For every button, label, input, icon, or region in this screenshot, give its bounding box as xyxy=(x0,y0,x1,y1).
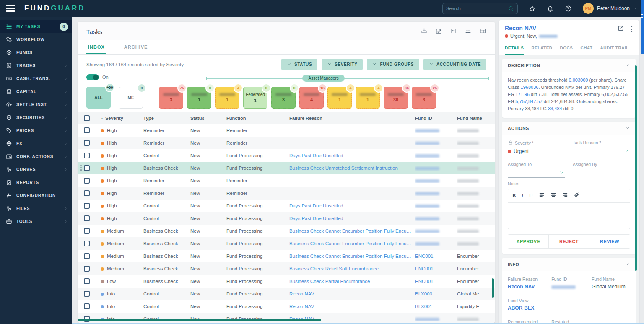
fund-group-card-6[interactable]: 416 xyxy=(299,87,324,109)
notes-italic-button[interactable]: I xyxy=(522,193,523,199)
column-header-fund-name[interactable]: Fund Name xyxy=(457,116,495,121)
fund-id-cell[interactable]: ENC001 xyxy=(415,266,457,271)
sidebar-item-reports[interactable]: REPORTS xyxy=(0,176,72,189)
download-button[interactable] xyxy=(421,27,428,36)
more-options-icon[interactable] xyxy=(630,25,633,33)
column-layout-button[interactable] xyxy=(479,27,486,36)
table-row[interactable]: LowBusiness CheckNewFund ProcessingBusin… xyxy=(78,275,495,288)
table-row[interactable]: MediumBusiness CheckNewFund ProcessingBu… xyxy=(78,225,495,237)
table-vertical-scrollbar[interactable] xyxy=(492,278,494,298)
checkbox[interactable] xyxy=(84,228,90,234)
sidebar-item-my-tasks[interactable]: MY TASKS0 xyxy=(0,20,72,33)
checkbox[interactable] xyxy=(84,153,90,158)
failure-reason-cell[interactable]: Business Check Relief Soft Encumbrance xyxy=(289,266,415,271)
table-row[interactable]: MediumBusiness CheckNewFund ProcessingBu… xyxy=(78,237,495,250)
notes-underline-button[interactable]: U xyxy=(529,193,533,199)
table-row[interactable]: InfoControlNewFund ProcessingRecon NAVBL… xyxy=(78,300,495,313)
detail-tab-details[interactable]: DETAILS xyxy=(505,42,524,55)
column-header-type[interactable]: Type xyxy=(143,116,190,121)
failure-reason-cell[interactable]: Business Check Cannot Encumber Position … xyxy=(289,254,415,259)
fund-group-card-8[interactable]: 14 xyxy=(356,87,380,109)
checkbox[interactable] xyxy=(84,291,90,297)
table-row[interactable]: HighReminderNewReminder xyxy=(78,124,495,137)
checkbox[interactable] xyxy=(84,241,90,246)
checkbox[interactable] xyxy=(84,266,90,272)
review-button[interactable]: REVIEW xyxy=(589,235,630,248)
checkbox[interactable] xyxy=(84,253,90,259)
fund-id-cell[interactable]: BLX001 xyxy=(415,304,457,309)
failure-reason-cell[interactable]: Days Past Due Unsettled xyxy=(289,203,415,208)
table-row[interactable]: HighReminderNewReminder xyxy=(78,174,495,187)
filter-fund-groups[interactable]: FUND GROUPS xyxy=(367,59,419,70)
failure-reason-cell[interactable]: Days Past Due Unsettled xyxy=(289,216,415,221)
column-header-failure-reason[interactable]: Failure Reason xyxy=(289,116,415,121)
failure-reason-cell[interactable]: Business Check Unmatched Settlement Inst… xyxy=(289,166,415,171)
notes-attachment-button[interactable] xyxy=(574,192,580,200)
notes-align-center-button[interactable] xyxy=(551,192,556,200)
failure-reason-cell[interactable]: Recon NAV xyxy=(289,304,415,309)
table-row[interactable]: HighControlNewFund ProcessingDays Past D… xyxy=(78,200,495,212)
group-filter-toggle[interactable] xyxy=(86,74,99,80)
fund-id-cell[interactable]: ENC001 xyxy=(415,279,457,284)
sidebar-item-curves[interactable]: CURVES xyxy=(0,163,72,176)
table-row[interactable]: HighControlNewFund ProcessingDays Past D… xyxy=(78,149,495,162)
assign-button[interactable] xyxy=(435,27,442,36)
sidebar-item-configuration[interactable]: CONFIGURATION xyxy=(0,189,72,202)
fund-group-card-10[interactable]: 325 xyxy=(412,87,436,109)
checkbox[interactable] xyxy=(84,165,90,171)
fund-group-card-federated[interactable]: Federated10 xyxy=(243,87,267,109)
checkbox[interactable] xyxy=(84,303,90,309)
fund-group-card-9[interactable]: 3036 xyxy=(384,87,408,109)
task-reason-select[interactable] xyxy=(573,146,630,156)
horizontal-scrollbar[interactable] xyxy=(78,319,321,321)
favorites-icon[interactable] xyxy=(529,5,536,12)
tab-inbox[interactable]: INBOX xyxy=(86,40,106,54)
column-header-function[interactable]: Function xyxy=(226,116,289,121)
table-row[interactable]: InfoControlNewFund ProcessingRecon NAVBL… xyxy=(78,288,495,300)
global-search[interactable] xyxy=(442,3,518,14)
table-row[interactable]: MediumBusiness CheckNewFund ProcessingBu… xyxy=(78,262,495,275)
collapse-chevron-icon[interactable] xyxy=(625,262,630,267)
fund-group-card-3[interactable]: 14 xyxy=(215,87,239,109)
detail-tab-related[interactable]: RELATED xyxy=(532,42,553,55)
sidebar-item-workflow[interactable]: WORKFLOW xyxy=(0,33,72,46)
notes-align-right-button[interactable] xyxy=(562,192,568,200)
hamburger-menu-icon[interactable] xyxy=(6,5,15,12)
sidebar-item-tools[interactable]: TOOLS xyxy=(0,215,72,228)
browser-extension-tab[interactable] xyxy=(641,0,644,54)
user-menu[interactable]: PM Peter Muldoon xyxy=(583,3,638,14)
collapse-chevron-icon[interactable] xyxy=(625,125,630,131)
fund-group-card-7[interactable]: 14 xyxy=(327,87,352,109)
fit-columns-button[interactable] xyxy=(450,27,457,36)
scope-card-all[interactable]: ALL+99 xyxy=(86,87,111,109)
fund-group-card-5[interactable]: 30 xyxy=(271,87,296,109)
sidebar-item-corp-actions[interactable]: CORP. ACTIONS xyxy=(0,150,72,163)
sidebar-item-files[interactable]: FILES xyxy=(0,202,72,215)
notes-align-left-button[interactable] xyxy=(539,192,545,200)
table-row[interactable]: HighBusiness CheckNewFund ProcessingBusi… xyxy=(78,162,495,174)
reject-button[interactable]: REJECT xyxy=(549,235,589,248)
notes-input[interactable] xyxy=(508,203,630,229)
table-row[interactable]: HighReminderNewReminder xyxy=(78,137,495,149)
field-value[interactable]: Recon NAV xyxy=(508,284,548,290)
table-row[interactable]: MediumBusiness CheckNewFund ProcessingBu… xyxy=(78,250,495,262)
sidebar-item-settle-inst[interactable]: SETTLE INST. xyxy=(0,98,72,111)
approve-button[interactable]: APPROVE xyxy=(508,235,549,248)
sidebar-item-prices[interactable]: PRICES xyxy=(0,124,72,137)
sidebar-item-cash-trans[interactable]: CASH. TRANS. xyxy=(0,72,72,85)
failure-reason-cell[interactable]: Business Check Cannot Encumber Position … xyxy=(289,228,415,233)
checkbox[interactable] xyxy=(84,215,90,221)
sidebar-item-funds[interactable]: FUNDS xyxy=(0,46,72,59)
fund-id-cell[interactable]: ENC001 xyxy=(415,254,457,259)
filter-status[interactable]: STATUS xyxy=(281,59,317,70)
failure-reason-cell[interactable]: Recon NAV xyxy=(289,291,415,296)
notes-bold-button[interactable]: B xyxy=(512,193,516,199)
assigned-to-select[interactable] xyxy=(508,168,565,178)
fund-group-card-1[interactable]: 375 xyxy=(159,87,183,109)
task-title-link[interactable]: Recon NAV xyxy=(505,25,558,31)
tab-archive[interactable]: ARCHIVE xyxy=(122,40,150,54)
failure-reason-cell[interactable]: Business Check Cannot Encumber Position … xyxy=(289,241,415,246)
checkbox[interactable] xyxy=(84,115,90,121)
sidebar-item-fx[interactable]: FX xyxy=(0,137,72,150)
sidebar-item-securities[interactable]: SECURITIES xyxy=(0,111,72,124)
